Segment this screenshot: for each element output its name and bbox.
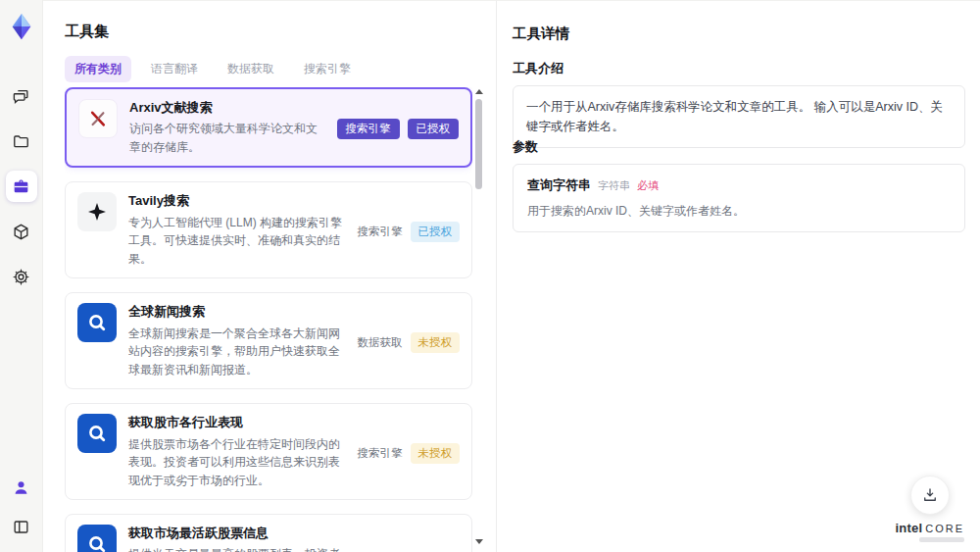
parameter-box: 查询字符串 字符串 必填 用于搜索的Arxiv ID、关键字或作者姓名。 (513, 164, 965, 232)
category-badge: 搜索引擎 (358, 222, 403, 243)
tab-all[interactable]: 所有类别 (65, 56, 131, 82)
download-button[interactable] (910, 476, 950, 515)
tool-description: 提供当天交易量最高的股票列表。投资者可以利用这些信息来识别流动性强的股票和潜在的… (128, 545, 346, 552)
intro-heading: 工具介绍 (513, 60, 564, 77)
page-title: 工具集 (65, 23, 109, 41)
arxiv-icon (78, 99, 118, 138)
tool-card[interactable]: 获取股市各行业表现 提供股票市场各个行业在特定时间段内的表现。投资者可以利用这些… (65, 403, 472, 500)
brand-subtext-bar (919, 537, 964, 542)
briefcase-icon (12, 177, 30, 196)
sidebar-item-files[interactable] (6, 125, 37, 157)
chat-icon (12, 87, 30, 106)
param-description: 用于搜索的Arxiv ID、关键字或作者姓名。 (527, 202, 951, 220)
tool-intro-box: 一个用于从Arxiv存储库搜索科学论文和文章的工具。 输入可以是Arxiv ID… (513, 85, 965, 148)
category-badge: 搜索引擎 (358, 443, 403, 465)
tool-name: Arxiv文献搜索 (129, 99, 325, 117)
folder-icon (12, 132, 30, 151)
sidebar-item-settings[interactable] (6, 261, 37, 292)
corner-widgets: intel core (895, 476, 964, 542)
news-search-icon (77, 303, 117, 342)
sidebar-item-models[interactable] (6, 216, 37, 247)
scrollbar-thumb[interactable] (475, 99, 482, 189)
category-badge: 搜索引擎 (337, 119, 400, 140)
cube-icon (12, 223, 30, 241)
param-name: 查询字符串 (527, 176, 591, 194)
scroll-up-arrow[interactable] (475, 89, 483, 94)
tavily-icon (77, 192, 117, 231)
tool-card[interactable]: Tavily搜索 专为人工智能代理 (LLM) 构建的搜索引擎工具。可快速提供实… (65, 181, 472, 278)
app-logo[interactable] (5, 10, 38, 43)
tool-detail-panel: 工具详情 工具介绍 一个用于从Arxiv存储库搜索科学论文和文章的工具。 输入可… (496, 0, 980, 552)
list-scrollbar[interactable] (474, 87, 483, 546)
tool-name: 获取股市各行业表现 (128, 414, 346, 431)
param-required-flag: 必填 (637, 178, 659, 193)
tool-name: Tavily搜索 (128, 192, 346, 210)
news-search-icon (77, 414, 117, 453)
diamond-gem-logo (7, 12, 36, 41)
auth-status-badge: 已授权 (411, 222, 461, 243)
sidebar-item-collapse-panel[interactable] (6, 511, 37, 542)
brand-intel-text: intel (895, 521, 922, 535)
download-icon (921, 486, 939, 504)
user-icon (12, 478, 30, 497)
tool-name: 获取市场最活跃股票信息 (128, 525, 346, 542)
gear-icon (12, 268, 30, 286)
sidebar-item-account[interactable] (6, 472, 37, 503)
scroll-down-arrow[interactable] (475, 539, 483, 544)
sidebar-rail (0, 0, 43, 552)
category-badge: 数据获取 (358, 332, 403, 354)
tool-description: 提供股票市场各个行业在特定时间段内的表现。投资者可以利用这些信息来识别表现优于或… (128, 435, 346, 490)
category-tabs: 所有类别语言翻译数据获取搜索引擎 (65, 56, 361, 82)
brand-core-text: core (925, 523, 964, 534)
panel-layout-icon (12, 518, 30, 536)
sidebar-bottom (6, 472, 37, 542)
tool-description: 访问各个研究领域大量科学论文和文章的存储库。 (129, 120, 325, 156)
auth-status-badge: 已授权 (408, 119, 460, 140)
param-type: 字符串 (598, 178, 630, 193)
tool-card[interactable]: 获取市场最活跃股票信息 提供当天交易量最高的股票列表。投资者可以利用这些信息来识… (65, 514, 472, 552)
tool-card[interactable]: Arxiv文献搜索 访问各个研究领域大量科学论文和文章的存储库。 搜索引擎 已授… (65, 87, 472, 168)
params-heading: 参数 (513, 138, 538, 156)
tab-data[interactable]: 数据获取 (218, 56, 284, 82)
news-search-icon (77, 525, 117, 552)
sidebar-item-tools[interactable] (6, 171, 37, 202)
detail-panel-title: 工具详情 (513, 25, 569, 43)
tool-description: 专为人工智能代理 (LLM) 构建的搜索引擎工具。可快速提供实时、准确和真实的结… (128, 214, 346, 269)
tool-list: Arxiv文献搜索 访问各个研究领域大量科学论文和文章的存储库。 搜索引擎 已授… (65, 87, 472, 552)
tool-list-panel: 工具集 所有类别语言翻译数据获取搜索引擎 Arxiv文献搜索 访问各个研究领域大… (43, 0, 496, 552)
intel-core-logo: intel core (895, 521, 964, 535)
auth-status-badge: 未授权 (411, 443, 461, 465)
tab-search[interactable]: 搜索引擎 (294, 56, 361, 82)
tool-card[interactable]: 全球新闻搜索 全球新闻搜索是一个聚合全球各大新闻网站内容的搜索引擎，帮助用户快速… (65, 292, 472, 389)
tab-translate[interactable]: 语言翻译 (141, 56, 208, 82)
tool-description: 全球新闻搜索是一个聚合全球各大新闻网站内容的搜索引擎，帮助用户快速获取全球最新资… (128, 325, 346, 379)
sidebar-nav (6, 80, 37, 292)
auth-status-badge: 未授权 (411, 332, 461, 354)
sidebar-item-chat[interactable] (6, 80, 37, 112)
tool-name: 全球新闻搜索 (128, 303, 346, 321)
